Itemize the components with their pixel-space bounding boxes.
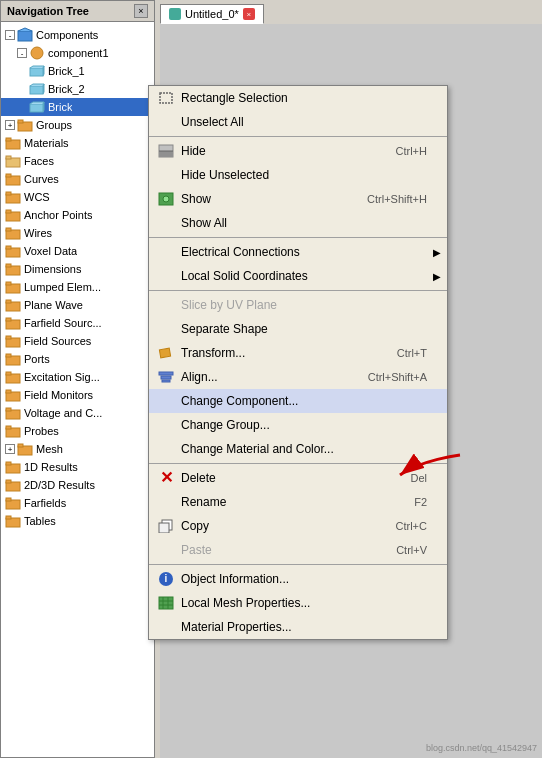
unselect-all-label: Unselect All	[181, 115, 427, 129]
tree-item-components[interactable]: - Components	[1, 26, 154, 44]
voxel-data-label: Voxel Data	[24, 245, 77, 257]
components-label: Components	[36, 29, 98, 41]
field-monitors-label: Field Monitors	[24, 389, 93, 401]
tree-item-lumped-elem[interactable]: Lumped Elem...	[1, 278, 154, 296]
menu-item-change-group[interactable]: Change Group...	[149, 413, 447, 437]
menu-item-local-solid-coords[interactable]: Local Solid Coordinates ▶	[149, 264, 447, 288]
svg-rect-59	[161, 376, 171, 379]
tree-item-voxel-data[interactable]: Voxel Data	[1, 242, 154, 260]
menu-item-hide[interactable]: Hide Ctrl+H	[149, 139, 447, 163]
unselect-all-icon	[157, 113, 175, 131]
menu-item-transform[interactable]: Transform... Ctrl+T	[149, 341, 447, 365]
tree-item-probes[interactable]: Probes	[1, 422, 154, 440]
tree-item-field-sources[interactable]: Field Sources	[1, 332, 154, 350]
menu-item-unselect-all[interactable]: Unselect All	[149, 110, 447, 134]
brick2-icon	[29, 81, 45, 97]
menu-item-electrical-connections[interactable]: Electrical Connections ▶	[149, 240, 447, 264]
tree-item-plane-wave[interactable]: Plane Wave	[1, 296, 154, 314]
tree-item-ports[interactable]: Ports	[1, 350, 154, 368]
navigation-tree-panel: Navigation Tree × - Components - compone…	[0, 0, 155, 758]
menu-item-copy[interactable]: Copy Ctrl+C	[149, 514, 447, 538]
tree-item-tables[interactable]: Tables	[1, 512, 154, 530]
delete-label: Delete	[181, 471, 410, 485]
rename-icon	[157, 493, 175, 511]
menu-item-material-properties[interactable]: Material Properties...	[149, 615, 447, 639]
tree-item-materials[interactable]: Materials	[1, 134, 154, 152]
show-shortcut: Ctrl+Shift+H	[367, 193, 427, 205]
menu-item-align[interactable]: Align... Ctrl+Shift+A	[149, 365, 447, 389]
tab-untitled0[interactable]: Untitled_0* ×	[160, 4, 264, 24]
menu-item-show[interactable]: Show Ctrl+Shift+H	[149, 187, 447, 211]
tree-item-wires[interactable]: Wires	[1, 224, 154, 242]
ports-icon	[5, 351, 21, 367]
expand-component1[interactable]: -	[17, 48, 27, 58]
change-material-icon	[157, 440, 175, 458]
rename-shortcut: F2	[414, 496, 427, 508]
tree-item-farfields[interactable]: Farfields	[1, 494, 154, 512]
svg-rect-18	[6, 228, 11, 231]
menu-item-rectangle-selection[interactable]: Rectangle Selection	[149, 86, 447, 110]
tree-item-field-monitors[interactable]: Field Monitors	[1, 386, 154, 404]
svg-rect-20	[6, 246, 11, 249]
tree-item-faces[interactable]: Faces	[1, 152, 154, 170]
plane-wave-label: Plane Wave	[24, 299, 83, 311]
svg-rect-46	[6, 480, 11, 483]
menu-item-hide-unselected[interactable]: Hide Unselected	[149, 163, 447, 187]
tree-item-component1[interactable]: - component1	[1, 44, 154, 62]
tab-close-button[interactable]: ×	[243, 8, 255, 20]
svg-point-56	[163, 196, 169, 202]
menu-item-show-all[interactable]: Show All	[149, 211, 447, 235]
tree-item-dimensions[interactable]: Dimensions	[1, 260, 154, 278]
dimensions-label: Dimensions	[24, 263, 81, 275]
materials-icon	[5, 135, 21, 151]
tree-item-farfield-source[interactable]: Farfield Sourc...	[1, 314, 154, 332]
wcs-icon	[5, 189, 21, 205]
tree-item-brick-selected[interactable]: Brick	[1, 98, 154, 116]
watermark: blog.csdn.net/qq_41542947	[426, 743, 537, 753]
nav-tree-title: Navigation Tree	[7, 5, 89, 17]
nav-close-button[interactable]: ×	[134, 4, 148, 18]
tree-content: - Components - component1	[1, 22, 154, 534]
separate-shape-label: Separate Shape	[181, 322, 427, 336]
tree-item-brick1[interactable]: Brick_1	[1, 62, 154, 80]
component1-label: component1	[48, 47, 109, 59]
tree-item-2d3d-results[interactable]: 2D/3D Results	[1, 476, 154, 494]
1d-results-icon	[5, 459, 21, 475]
local-mesh-properties-label: Local Mesh Properties...	[181, 596, 427, 610]
tree-item-curves[interactable]: Curves	[1, 170, 154, 188]
tree-item-anchor-points[interactable]: Anchor Points	[1, 206, 154, 224]
brick2-label: Brick_2	[48, 83, 85, 95]
menu-item-local-mesh-properties[interactable]: Local Mesh Properties...	[149, 591, 447, 615]
curves-icon	[5, 171, 21, 187]
electrical-connections-label: Electrical Connections	[181, 245, 427, 259]
svg-rect-53	[159, 151, 173, 157]
tree-item-groups[interactable]: + Groups	[1, 116, 154, 134]
menu-item-change-material[interactable]: Change Material and Color...	[149, 437, 447, 461]
tree-item-mesh[interactable]: + Mesh	[1, 440, 154, 458]
menu-item-rename[interactable]: Rename F2	[149, 490, 447, 514]
tree-item-excitation-sig[interactable]: Excitation Sig...	[1, 368, 154, 386]
transform-label: Transform...	[181, 346, 397, 360]
tree-item-1d-results[interactable]: 1D Results	[1, 458, 154, 476]
wcs-label: WCS	[24, 191, 50, 203]
materials-label: Materials	[24, 137, 69, 149]
show-icon	[157, 190, 175, 208]
expand-mesh[interactable]: +	[5, 444, 15, 454]
material-properties-icon	[157, 618, 175, 636]
svg-rect-28	[6, 318, 11, 321]
object-information-label: Object Information...	[181, 572, 427, 586]
tree-item-brick2[interactable]: Brick_2	[1, 80, 154, 98]
menu-item-delete[interactable]: ✕ Delete Del	[149, 466, 447, 490]
menu-item-separate-shape[interactable]: Separate Shape	[149, 317, 447, 341]
menu-item-object-information[interactable]: i Object Information...	[149, 567, 447, 591]
material-properties-label: Material Properties...	[181, 620, 427, 634]
expand-groups[interactable]: +	[5, 120, 15, 130]
expand-components[interactable]: -	[5, 30, 15, 40]
svg-rect-60	[162, 380, 170, 382]
tree-item-wcs[interactable]: WCS	[1, 188, 154, 206]
menu-item-change-component[interactable]: Change Component...	[149, 389, 447, 413]
svg-rect-22	[6, 264, 11, 267]
tree-item-voltage-and-c[interactable]: Voltage and C...	[1, 404, 154, 422]
field-sources-icon	[5, 333, 21, 349]
show-label: Show	[181, 192, 367, 206]
